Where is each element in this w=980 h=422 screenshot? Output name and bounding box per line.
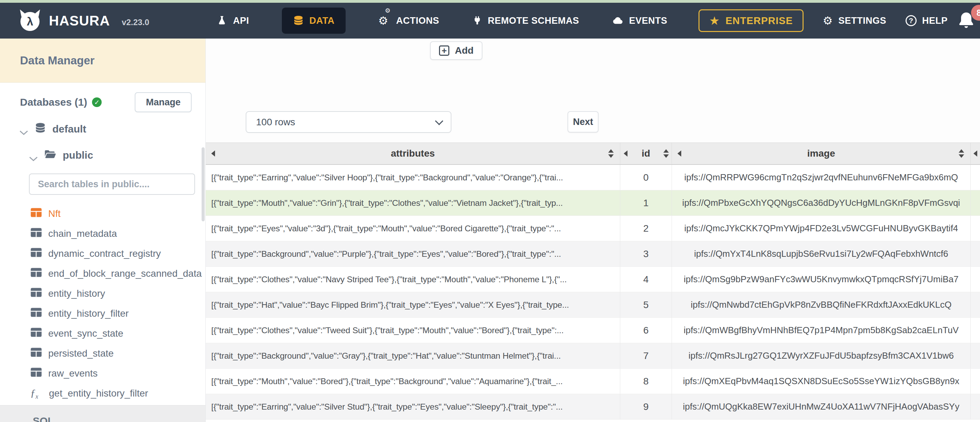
collapse-column-icon[interactable] — [974, 151, 977, 157]
check-circle-icon: ✓ — [92, 97, 102, 107]
chevron-down-icon[interactable] — [29, 152, 38, 158]
top-navbar: λ HASURA v2.23.0 API — [0, 3, 980, 38]
column-header-id[interactable]: id — [620, 143, 671, 164]
cell-image[interactable]: ipfs://QmYxT4LnK8sqLupjbS6eRvu1si7Ly2wFQ… — [671, 241, 970, 267]
brand-group[interactable]: λ HASURA v2.23.0 — [18, 8, 149, 33]
plus-square-icon: + — [439, 46, 449, 56]
cell-attributes[interactable]: [{"trait_type":"Earring","value":"Silver… — [206, 394, 620, 419]
nav-item-data[interactable]: DATA — [282, 8, 345, 34]
gears-icon: ⚙⚙ — [379, 15, 391, 26]
collapse-column-icon[interactable] — [211, 151, 215, 157]
sidebar-item-dynamic-contract-registry[interactable]: dynamic_contract_registry — [0, 244, 205, 264]
rows-per-page-select[interactable]: 100 rows — [246, 111, 452, 133]
sidebar-item-end-of-block-range-scanned-data[interactable]: end_of_block_range_scanned_data — [0, 264, 205, 284]
sidebar-item-event-sync-state[interactable]: event_sync_state — [0, 324, 205, 344]
cell-id[interactable]: 0 — [620, 165, 671, 190]
table-row: [{"trait_type":"Clothes","value":"Tweed … — [206, 318, 980, 343]
cell-partial — [970, 343, 980, 368]
column-header-attributes[interactable]: attributes — [206, 143, 620, 164]
cell-attributes[interactable]: [{"trait_type":"Clothes","value":"Navy S… — [206, 267, 620, 292]
table-icon — [30, 327, 42, 340]
cell-image[interactable]: ipfs://QmRsJLrg27GQ1ZWyrXZFuJFdU5bapfzsy… — [671, 343, 970, 368]
sidebar-item-entity-history[interactable]: entity_history — [0, 284, 205, 304]
enterprise-button[interactable]: ★ ENTERPRISE — [698, 9, 803, 32]
nav-label: ACTIONS — [396, 16, 439, 26]
cell-image[interactable]: ipfs://QmSg9bPzW9anFYc3wWU5KnvymwkxQTpmq… — [671, 267, 970, 292]
cloud-icon — [612, 15, 624, 27]
table-icon — [30, 308, 42, 320]
cell-attributes[interactable]: [{"trait_type":"Earring","value":"Silver… — [206, 165, 620, 190]
cell-image[interactable]: ipfs://QmXEqPbvM4aq1SQSXN8DSuEcSo5SseYW1… — [671, 369, 970, 394]
cell-id[interactable]: 5 — [620, 292, 671, 317]
sort-arrows-icon[interactable] — [608, 149, 614, 158]
manage-button[interactable]: Manage — [135, 92, 192, 112]
help-icon: ? — [905, 15, 916, 26]
notifications-bell[interactable]: 8 — [956, 10, 977, 32]
collapse-column-icon[interactable] — [678, 151, 681, 157]
cell-attributes[interactable]: [{"trait_type":"Hat","value":"Bayc Flipp… — [206, 292, 620, 317]
nav-label: REMOTE SCHEMAS — [488, 16, 579, 26]
add-row-button[interactable]: + Add — [430, 41, 482, 60]
cell-id[interactable]: 4 — [620, 267, 671, 292]
cell-image[interactable]: ipfs://QmRRPWG96cmgTn2qSzjwr2qvfNEuhunv6… — [671, 165, 970, 190]
nav-item-api[interactable]: API — [216, 15, 249, 26]
cell-id[interactable]: 9 — [620, 394, 671, 419]
cell-id[interactable]: 6 — [620, 318, 671, 343]
sql-section-label[interactable]: SQL — [33, 415, 54, 422]
top-strip — [0, 0, 980, 3]
sidebar-footer: SQL — [0, 405, 205, 422]
chevron-down-icon[interactable] — [19, 126, 28, 132]
cell-attributes[interactable]: [{"trait_type":"Mouth","value":"Bored"},… — [206, 369, 620, 394]
version-label: v2.23.0 — [122, 17, 149, 27]
cell-attributes[interactable]: [{"trait_type":"Mouth","value":"Grin"},{… — [206, 190, 620, 216]
cell-image[interactable]: ipfs://QmcJYkCKK7QPmYWjp4FD2e3Lv5WCGFuHN… — [671, 216, 970, 241]
next-page-button[interactable]: Next — [568, 111, 598, 133]
cell-image[interactable]: ipfs://QmUQgKka8EW7exiUHnMwZ4UoXA11wV7NF… — [671, 394, 970, 419]
cell-image[interactable]: ipfs://QmNwbd7ctEhGpVkP8nZvBBQfiNeFKRdxf… — [671, 292, 970, 317]
sidebar-scrollbar[interactable] — [202, 148, 205, 221]
cell-image[interactable]: ipfs://QmWBgfBhyVmHNhBfEQ7p1P4Mpn7pm5b8K… — [671, 318, 970, 343]
table-row: [{"trait_type":"Background","value":"Gra… — [206, 343, 980, 369]
star-icon: ★ — [709, 15, 720, 27]
cell-id[interactable]: 8 — [620, 369, 671, 394]
cell-image[interactable]: ipfs://QmPbxeGcXhYQQNgsC6a36dDyYUcHgMLnG… — [671, 190, 970, 216]
schema-name: public — [63, 149, 93, 161]
nav-item-settings[interactable]: ⚙ SETTINGS — [823, 15, 886, 26]
search-tables-input[interactable] — [29, 173, 195, 195]
cell-id[interactable]: 1 — [620, 190, 671, 216]
sidebar-item-chain-metadata[interactable]: chain_metadata — [0, 224, 205, 244]
cell-id[interactable]: 7 — [620, 343, 671, 368]
tree-node-schema[interactable]: public — [29, 144, 205, 166]
cell-attributes[interactable]: [{"trait_type":"Background","value":"Pur… — [206, 241, 620, 267]
nav-item-actions[interactable]: ⚙⚙ ACTIONS — [379, 15, 439, 26]
sort-arrows-icon[interactable] — [959, 149, 964, 158]
cell-id[interactable]: 3 — [620, 241, 671, 267]
sidebar-item-nft[interactable]: Nft — [0, 204, 205, 224]
svg-text:λ: λ — [27, 15, 33, 28]
sidebar-item-get-entity-history-filter[interactable]: ƒx get_entity_history_filter — [0, 384, 205, 403]
nav-item-remote-schemas[interactable]: REMOTE SCHEMAS — [472, 16, 579, 26]
cell-attributes[interactable]: [{"trait_type":"Clothes","value":"Tweed … — [206, 318, 620, 343]
cell-attributes[interactable]: [{"trait_type":"Background","value":"Gra… — [206, 343, 620, 368]
sidebar-item-raw-events[interactable]: raw_events — [0, 363, 205, 384]
cell-partial — [970, 292, 980, 317]
table-name: entity_history_filter — [48, 308, 129, 319]
table-row: [{"trait_type":"Earring","value":"Silver… — [206, 394, 980, 420]
cell-id[interactable]: 2 — [620, 216, 671, 241]
sidebar-item-persisted-state[interactable]: persisted_state — [0, 344, 205, 363]
sort-arrows-icon[interactable] — [663, 149, 669, 158]
table-icon — [30, 247, 42, 260]
nav-label: SETTINGS — [838, 16, 886, 26]
hasura-console: λ HASURA v2.23.0 API — [0, 0, 980, 422]
nav-item-help[interactable]: ? HELP — [905, 15, 948, 26]
tree-node-database[interactable]: default — [19, 118, 205, 140]
table-header-row: attributes id image — [206, 143, 980, 165]
database-icon — [35, 122, 46, 136]
collapse-column-icon[interactable] — [624, 151, 627, 157]
column-header-image[interactable]: image — [671, 143, 970, 164]
nav-item-events[interactable]: EVENTS — [612, 15, 667, 27]
cell-attributes[interactable]: [{"trait_type":"Eyes","value":"3d"},{"tr… — [206, 216, 620, 241]
nav-label: EVENTS — [629, 16, 667, 26]
cell-partial — [970, 369, 980, 394]
sidebar-item-entity-history-filter[interactable]: entity_history_filter — [0, 304, 205, 324]
